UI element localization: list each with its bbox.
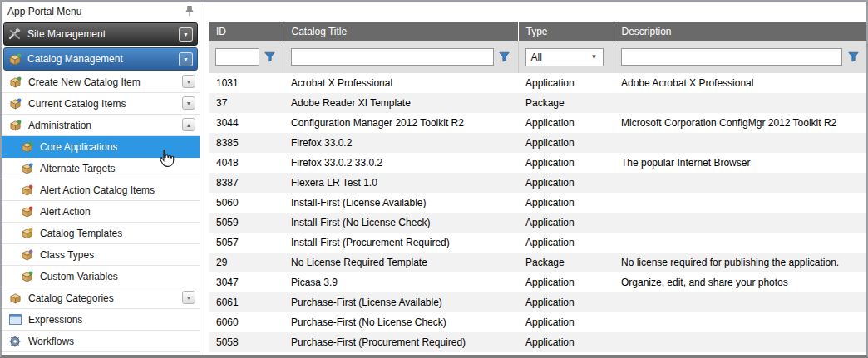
package-icon bbox=[21, 228, 35, 239]
column-header-description[interactable]: Description bbox=[614, 22, 866, 41]
cell-type: Application bbox=[518, 272, 614, 292]
type-filter-select[interactable]: All ▼ bbox=[525, 48, 604, 66]
splitter[interactable] bbox=[200, 2, 209, 355]
group-label: Site Management bbox=[27, 28, 179, 40]
cell-id: 4048 bbox=[209, 153, 284, 173]
cell-description bbox=[614, 233, 866, 253]
table-row[interactable]: 1031Acrobat X ProfessionalApplicationAdo… bbox=[209, 73, 866, 93]
chevron-down-icon: ▼ bbox=[591, 53, 598, 61]
cell-id: 5059 bbox=[209, 213, 284, 233]
description-filter-input[interactable] bbox=[621, 48, 843, 66]
sidebar-tree: Create New Catalog Item▼Current Catalog … bbox=[2, 71, 200, 355]
sidebar-item-catalog-categories[interactable]: Catalog Categories▼ bbox=[2, 287, 200, 309]
table-row[interactable]: 8387Flexera LR Test 1.0Application bbox=[209, 173, 866, 193]
expand-button[interactable]: ▼ bbox=[182, 96, 195, 110]
column-header-type[interactable]: Type bbox=[518, 22, 614, 41]
sidebar-item-workflows[interactable]: Workflows bbox=[2, 331, 200, 352]
sidebar-item-label: Current Catalog Items bbox=[28, 98, 126, 110]
chevron-down-icon[interactable]: ▼ bbox=[179, 27, 193, 42]
group-label: Catalog Management bbox=[27, 53, 179, 65]
cell-description bbox=[614, 173, 866, 193]
package-stack-icon bbox=[9, 292, 23, 304]
cell-id: 37 bbox=[209, 93, 284, 113]
expand-button[interactable]: ▼ bbox=[182, 75, 195, 88]
package-view-icon bbox=[9, 98, 23, 110]
cell-description: Organize, edit, and share your photos bbox=[614, 272, 866, 292]
table-header-row: ID Catalog Title Type Description bbox=[209, 22, 866, 41]
filter-cell-id bbox=[209, 41, 284, 73]
column-header-id[interactable]: ID bbox=[209, 22, 284, 41]
filter-icon[interactable] bbox=[264, 51, 277, 64]
cell-type: Package bbox=[518, 253, 614, 272]
cell-catalog-title: Picasa 3.9 bbox=[284, 272, 518, 292]
table-row[interactable]: 5057Install-First (Procurement Required)… bbox=[209, 233, 866, 253]
expand-button[interactable]: ▼ bbox=[182, 291, 195, 304]
table-row[interactable]: 6061Purchase-First (License Available)Ap… bbox=[209, 292, 866, 312]
sidebar-item-label: Administration bbox=[28, 120, 91, 131]
cell-type: Application bbox=[518, 133, 614, 153]
sidebar: App Portal Menu Site Management ▼ bbox=[2, 2, 200, 355]
cell-type: Application bbox=[518, 113, 614, 133]
table-row[interactable]: 4048Firefox 33.0.2 33.0.2ApplicationThe … bbox=[209, 153, 866, 173]
cell-id: 5060 bbox=[209, 193, 284, 213]
cell-id: 29 bbox=[209, 253, 284, 272]
sidebar-item-label: Catalog Templates bbox=[40, 228, 122, 239]
column-header-title[interactable]: Catalog Title bbox=[284, 22, 518, 41]
filter-icon[interactable] bbox=[846, 51, 860, 64]
filter-cell-title bbox=[284, 41, 518, 73]
cell-id: 6061 bbox=[209, 292, 284, 312]
sidebar-item-custom-variables[interactable]: Custom Variables bbox=[2, 266, 200, 287]
cell-id: 3047 bbox=[209, 272, 284, 292]
cell-description bbox=[614, 93, 866, 113]
sidebar-group-catalog-management[interactable]: Catalog Management ▼ bbox=[3, 47, 198, 71]
table-row[interactable]: 5059Install-First (No License Check)Appl… bbox=[209, 213, 866, 233]
sidebar-item-core-applications[interactable]: Core Applications bbox=[2, 136, 200, 158]
sidebar-item-alternate-targets[interactable]: Alternate Targets bbox=[2, 158, 200, 179]
cell-type: Application bbox=[518, 173, 614, 193]
sidebar-item-label: Alert Action bbox=[40, 206, 91, 218]
sidebar-item-current-catalog-items[interactable]: Current Catalog Items▼ bbox=[2, 93, 200, 115]
table-row[interactable]: 3044Configuration Manager 2012 Toolkit R… bbox=[209, 113, 866, 133]
cell-id: 6060 bbox=[209, 312, 284, 332]
sidebar-item-alert-action-catalog-items[interactable]: Alert Action Catalog Items bbox=[2, 179, 200, 201]
cell-description bbox=[614, 213, 866, 233]
package-admin-icon bbox=[9, 120, 23, 131]
collapse-button[interactable]: ▲ bbox=[182, 118, 195, 131]
cell-catalog-title: Adobe Reader XI Template bbox=[284, 93, 518, 113]
chevron-down-icon[interactable]: ▼ bbox=[179, 52, 193, 66]
table-row[interactable]: 8385Firefox 33.0.2Application bbox=[209, 133, 866, 153]
sidebar-item-label: Alternate Targets bbox=[40, 163, 116, 174]
table-row[interactable]: 6060Purchase-First (No License Check)App… bbox=[209, 312, 866, 332]
filter-icon[interactable] bbox=[498, 51, 511, 64]
table-row[interactable]: 3047Picasa 3.9ApplicationOrganize, edit,… bbox=[209, 272, 866, 292]
cell-catalog-title: Install-First (Procurement Required) bbox=[284, 233, 518, 253]
cell-description bbox=[614, 193, 866, 213]
sidebar-item-catalog-templates[interactable]: Catalog Templates bbox=[2, 223, 200, 244]
sidebar-item-label: Alert Action Catalog Items bbox=[40, 184, 155, 196]
table-row[interactable]: 5060Install-First (License Available)App… bbox=[209, 193, 866, 213]
title-filter-input[interactable] bbox=[291, 48, 494, 66]
sidebar-item-label: Core Applications bbox=[40, 141, 117, 153]
sidebar-item-administration[interactable]: Administration▲ bbox=[2, 115, 200, 136]
cell-type: Application bbox=[518, 213, 614, 233]
cell-catalog-title: Configuration Manager 2012 Toolkit R2 bbox=[284, 113, 518, 133]
table-row[interactable]: 5058Purchase-First (Procurement Required… bbox=[209, 332, 866, 352]
package-icon bbox=[21, 249, 35, 261]
cell-catalog-title: No License Required Template bbox=[284, 253, 518, 272]
sidebar-item-alert-action[interactable]: Alert Action bbox=[2, 201, 200, 223]
sidebar-item-expressions[interactable]: Expressions bbox=[2, 309, 200, 331]
cell-description: Microsoft Corporation ConfigMgr 2012 Too… bbox=[614, 113, 866, 133]
sidebar-item-class-types[interactable]: Class Types bbox=[2, 244, 200, 266]
table-row[interactable]: 37Adobe Reader XI TemplatePackage bbox=[209, 93, 866, 113]
sidebar-item-create-new-catalog-item[interactable]: Create New Catalog Item▼ bbox=[2, 71, 200, 93]
sidebar-group-site-management[interactable]: Site Management ▼ bbox=[3, 22, 198, 46]
cell-catalog-title: Purchase-First (License Available) bbox=[284, 292, 518, 312]
sidebar-item-label: Class Types bbox=[40, 249, 94, 261]
catalog-table: ID Catalog Title Type Description bbox=[209, 22, 866, 352]
pin-icon[interactable] bbox=[185, 5, 194, 19]
table-row[interactable]: 29No License Required TemplatePackageNo … bbox=[209, 253, 866, 272]
id-filter-input[interactable] bbox=[215, 48, 259, 66]
cell-description bbox=[614, 133, 866, 153]
cell-type: Application bbox=[518, 332, 614, 352]
cell-catalog-title: Install-First (License Available) bbox=[284, 193, 518, 213]
